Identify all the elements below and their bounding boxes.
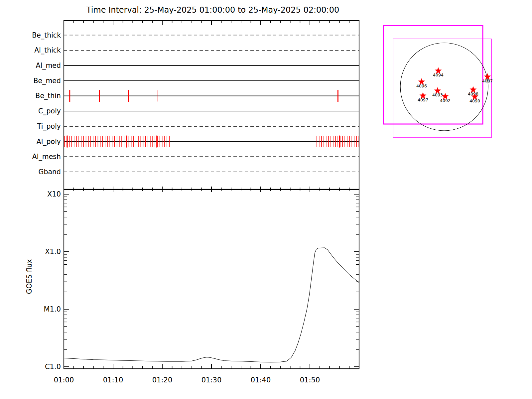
fov-box-2 xyxy=(393,39,491,138)
filter-row-label: Gband xyxy=(39,168,61,176)
filter-row-label: Al_poly xyxy=(37,138,61,146)
filter-row-label: C_poly xyxy=(38,107,61,115)
filter-row-label: Al_mesh xyxy=(32,153,61,161)
filter-row-label: Be_med xyxy=(33,77,61,85)
ar-label: 4096 xyxy=(416,83,427,88)
ar-label: 4087 xyxy=(482,78,493,83)
y-tick-label: M1.0 xyxy=(44,305,61,313)
observation-plot-canvas: Be_thickAl_thickAl_medBe_medBe_thinC_pol… xyxy=(0,0,532,399)
ar-label: 4092 xyxy=(440,98,451,103)
plot-title: Time Interval: 25-May-2025 01:00:00 to 2… xyxy=(50,5,376,15)
ar-label: 4097 xyxy=(418,97,428,102)
y-tick-label: C1.0 xyxy=(45,363,61,371)
solar-disk xyxy=(400,43,488,131)
y-tick-label: X1.0 xyxy=(45,248,61,256)
x-tick-label: 01:30 xyxy=(201,376,222,384)
filter-row-label: Al_thick xyxy=(34,46,61,55)
filter-timeline-panel xyxy=(64,21,359,189)
x-tick-label: 01:00 xyxy=(54,376,74,384)
goes-flux-axis-title: GOES flux xyxy=(25,259,33,294)
goes-flux-curve xyxy=(64,248,359,362)
y-tick-label: X10 xyxy=(47,190,61,198)
filter-row-label: Be_thin xyxy=(35,92,61,100)
ar-label: 4090 xyxy=(469,98,480,103)
goes-flux-panel xyxy=(64,190,359,369)
x-tick-label: 01:40 xyxy=(251,376,271,384)
x-tick-label: 01:20 xyxy=(152,376,173,384)
ar-label: 4093 xyxy=(432,92,443,97)
ar-label: 4094 xyxy=(433,72,444,77)
x-tick-label: 01:50 xyxy=(300,376,320,384)
filter-row-label: Ti_poly xyxy=(37,122,61,131)
screenshot-root: Time Interval: 25-May-2025 01:00:00 to 2… xyxy=(0,0,532,399)
x-tick-label: 01:10 xyxy=(103,376,123,384)
filter-row-label: Al_med xyxy=(36,62,61,70)
filter-row-label: Be_thick xyxy=(32,31,61,40)
